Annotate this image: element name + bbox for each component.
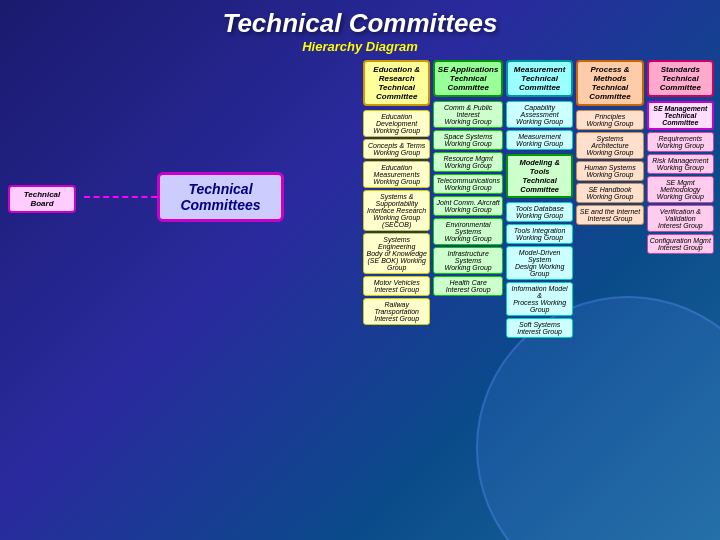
sub-item-col3-3: Tools DatabaseWorking Group (506, 202, 573, 222)
connector-line (84, 196, 157, 198)
sub-item-col5-0: SE ManagementTechnical Committee (647, 101, 714, 130)
sub-item-col5-4: Verification & ValidationInterest Group (647, 205, 714, 232)
sub-item-col1-4: Systems EngineeringBody of Knowledge(SE … (363, 233, 430, 274)
sub-item-col3-6: Information Model &Process Working Group (506, 282, 573, 316)
sub-item-col3-4: Tools IntegrationWorking Group (506, 224, 573, 244)
sub-item-col3-1: MeasurementWorking Group (506, 130, 573, 150)
col-header-col3: MeasurementTechnical Committee (506, 60, 573, 97)
column-col5: StandardsTechnical CommitteeSE Managemen… (647, 60, 714, 338)
sub-item-col1-6: Railway TransportationInterest Group (363, 298, 430, 325)
sub-item-col2-4: Joint Comm. AircraftWorking Group (433, 196, 503, 216)
sub-item-col2-7: Health CareInterest Group (433, 276, 503, 296)
tech-board-label: TechnicalBoard (16, 190, 68, 208)
sub-item-col4-2: Human SystemsWorking Group (576, 161, 643, 181)
sub-item-col1-1: Concepts & TermsWorking Group (363, 139, 430, 159)
sub-item-col4-0: PrinciplesWorking Group (576, 110, 643, 130)
sub-item-col5-5: Configuration MgmtInterest Group (647, 234, 714, 254)
sub-item-col2-1: Space SystemsWorking Group (433, 130, 503, 150)
columns-area: Education & ResearchTechnical CommitteeE… (363, 60, 714, 338)
sub-item-col4-1: Systems ArchitectureWorking Group (576, 132, 643, 159)
sub-item-col5-3: SE Mgmt MethodologyWorking Group (647, 176, 714, 203)
sub-item-col2-5: Environmental SystemsWorking Group (433, 218, 503, 245)
col-header-col2: SE ApplicationsTechnical Committee (433, 60, 503, 97)
sub-item-col1-3: Systems & SupportabilityInterface Resear… (363, 190, 430, 231)
sub-item-col3-7: Soft SystemsInterest Group (506, 318, 573, 338)
col-header-col1: Education & ResearchTechnical Committee (363, 60, 430, 106)
sub-item-col2-0: Comm & Public InterestWorking Group (433, 101, 503, 128)
col-header-col5: StandardsTechnical Committee (647, 60, 714, 97)
column-col2: SE ApplicationsTechnical CommitteeComm &… (433, 60, 503, 338)
page-subtitle: Hierarchy Diagram (0, 39, 720, 54)
tech-committees-main: TechnicalCommittees (157, 172, 283, 222)
sub-item-col5-2: Risk ManagementWorking Group (647, 154, 714, 174)
sub-item-col1-2: Education MeasurementsWorking Group (363, 161, 430, 188)
sub-item-col4-3: SE HandbookWorking Group (576, 183, 643, 203)
sub-item-col3-0: Capability AssessmentWorking Group (506, 101, 573, 128)
sub-item-col4-4: SE and the InternetInterest Group (576, 205, 643, 225)
sub-item-col3-2: Modeling & ToolsTechnical Committee (506, 154, 573, 198)
column-col4: Process & MethodsTechnical CommitteePrin… (576, 60, 643, 338)
page-title: Technical Committees (0, 0, 720, 39)
col-header-col4: Process & MethodsTechnical Committee (576, 60, 643, 106)
sub-item-col5-1: RequirementsWorking Group (647, 132, 714, 152)
tech-committees-label: TechnicalCommittees (180, 181, 260, 213)
sub-item-col2-6: Infrastructure SystemsWorking Group (433, 247, 503, 274)
column-col3: MeasurementTechnical CommitteeCapability… (506, 60, 573, 338)
sub-item-col2-3: TelecommunicationsWorking Group (433, 174, 503, 194)
column-col1: Education & ResearchTechnical CommitteeE… (363, 60, 430, 338)
sub-item-col3-5: Model-Driven SystemDesign Working Group (506, 246, 573, 280)
sub-item-col1-0: Education DevelopmentWorking Group (363, 110, 430, 137)
sub-item-col1-5: Motor VehiclesInterest Group (363, 276, 430, 296)
tech-board-box: TechnicalBoard (8, 185, 76, 213)
main-content: TechnicalBoard TechnicalCommittees Educa… (0, 60, 720, 338)
sub-item-col2-2: Resource MgmtWorking Group (433, 152, 503, 172)
